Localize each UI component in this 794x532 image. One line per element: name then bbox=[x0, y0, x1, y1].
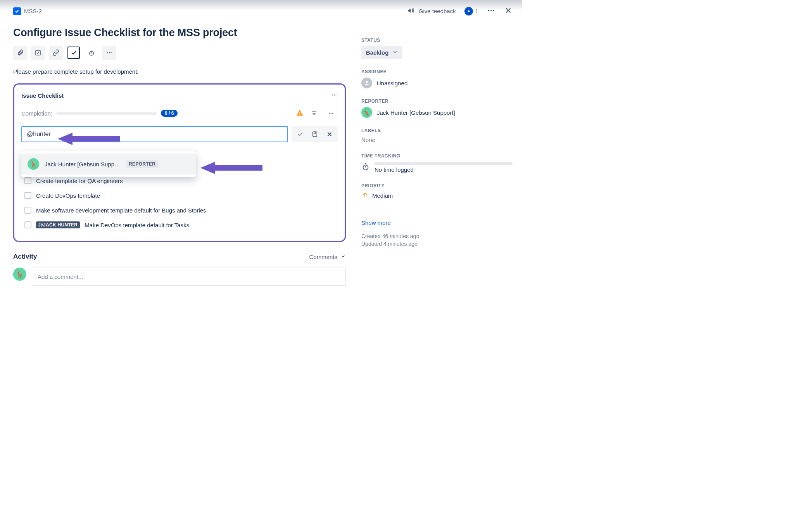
timestamps: Created 46 minutes ago Updated 4 minutes… bbox=[361, 233, 513, 247]
priority-field[interactable]: Medium bbox=[361, 192, 513, 200]
svg-rect-17 bbox=[313, 132, 317, 136]
updated-timestamp: Updated 4 minutes ago bbox=[361, 241, 513, 247]
mention-role-badge: REPORTER bbox=[126, 160, 159, 168]
svg-point-7 bbox=[109, 52, 110, 54]
status-value: Backlog bbox=[366, 49, 388, 56]
eye-icon bbox=[464, 7, 473, 16]
filter-button[interactable] bbox=[307, 107, 321, 120]
status-label: STATUS bbox=[361, 38, 513, 43]
svg-point-8 bbox=[110, 52, 112, 54]
svg-point-10 bbox=[334, 95, 335, 96]
priority-value: Medium bbox=[372, 192, 393, 199]
priority-label: PRIORITY bbox=[361, 183, 513, 188]
created-timestamp: Created 46 minutes ago bbox=[361, 233, 513, 239]
time-tracking-field[interactable]: No time logged bbox=[361, 162, 513, 173]
svg-point-11 bbox=[335, 95, 337, 96]
svg-point-2 bbox=[490, 10, 492, 11]
chevron-down-icon bbox=[392, 49, 398, 56]
checklist-item-text: Make DevOps template default for Tasks bbox=[85, 222, 189, 228]
save-button[interactable] bbox=[308, 127, 322, 141]
completion-label: Completion: bbox=[21, 110, 52, 117]
svg-point-3 bbox=[493, 10, 495, 11]
checklist-more-button[interactable] bbox=[325, 107, 338, 120]
avatar: 🦌 bbox=[28, 158, 39, 170]
labels-value[interactable]: None bbox=[361, 136, 375, 143]
give-feedback-button[interactable]: Give feedback bbox=[407, 7, 456, 16]
svg-point-18 bbox=[366, 81, 368, 83]
reporter-value: Jack Hunter [Gebsun Support] bbox=[377, 109, 455, 116]
checklist-items: Create template for QA engineers Create … bbox=[21, 173, 338, 232]
show-more-link[interactable]: Show more bbox=[361, 210, 513, 226]
svg-point-1 bbox=[488, 10, 490, 11]
attach-button[interactable] bbox=[13, 46, 27, 60]
issue-key[interactable]: MSS-2 bbox=[24, 8, 42, 14]
issue-sidebar: STATUS Backlog ASSIGNEE Unassigned bbox=[361, 16, 513, 286]
link-button[interactable] bbox=[49, 46, 63, 60]
checklist-item[interactable]: Create DevOps template bbox=[21, 188, 338, 203]
comment-composer: 🦌 Add a comment... bbox=[13, 268, 346, 286]
status-dropdown[interactable]: Backlog bbox=[361, 46, 402, 59]
issue-description[interactable]: Please prepare complete setup for develo… bbox=[13, 68, 346, 75]
issue-type-icon bbox=[13, 7, 21, 15]
person-icon bbox=[361, 78, 372, 88]
checklist-title: Issue Checklist bbox=[21, 92, 64, 99]
mention-chip: @JACK HUNTER bbox=[36, 221, 80, 228]
breadcrumb[interactable]: MSS-2 bbox=[13, 7, 42, 15]
more-actions-button[interactable] bbox=[487, 6, 495, 16]
svg-rect-13 bbox=[299, 114, 300, 114]
issue-checklist-panel: Issue Checklist Completion: 0 / 6 bbox=[13, 83, 346, 242]
confirm-button[interactable] bbox=[293, 127, 307, 141]
watch-button[interactable]: 1 bbox=[464, 7, 478, 16]
checkbox[interactable] bbox=[24, 221, 31, 228]
svg-point-14 bbox=[329, 113, 330, 114]
issue-view: MSS-2 Give feedback 1 bbox=[0, 0, 522, 349]
close-button[interactable] bbox=[504, 6, 513, 16]
reporter-field[interactable]: 🦌 Jack Hunter [Gebsun Support] bbox=[361, 107, 513, 118]
checklist-panel-more-button[interactable] bbox=[331, 92, 338, 100]
add-checklist-button[interactable] bbox=[31, 46, 45, 60]
comment-input[interactable]: Add a comment... bbox=[32, 268, 346, 286]
checkbox[interactable] bbox=[24, 177, 31, 184]
reporter-label: REPORTER bbox=[361, 98, 513, 104]
completion-badge: 0 / 6 bbox=[161, 110, 178, 117]
svg-rect-12 bbox=[299, 112, 300, 113]
activity-section: Activity Comments bbox=[13, 253, 346, 261]
checklist-item[interactable]: @JACK HUNTER Make DevOps template defaul… bbox=[21, 218, 338, 232]
svg-rect-4 bbox=[36, 50, 40, 55]
time-tracking-bar bbox=[375, 162, 513, 165]
assignee-field[interactable]: Unassigned bbox=[361, 78, 513, 88]
mention-name: Jack Hunter [Gebsun Supp… bbox=[45, 161, 120, 168]
checklist-item[interactable]: Make software development template defau… bbox=[21, 203, 338, 218]
cancel-button[interactable] bbox=[323, 127, 337, 141]
activity-title: Activity bbox=[13, 253, 37, 261]
assignee-value: Unassigned bbox=[377, 80, 407, 86]
activity-filter-dropdown[interactable]: Comments bbox=[309, 254, 346, 260]
time-tracking-value: No time logged bbox=[375, 166, 513, 173]
reporter-avatar: 🦌 bbox=[361, 107, 372, 118]
annotation-arrow-dropdown bbox=[200, 160, 262, 176]
give-feedback-label: Give feedback bbox=[419, 8, 456, 14]
checklist-item-text: Make software development template defau… bbox=[36, 207, 206, 214]
checklist-completion: Completion: 0 / 6 bbox=[21, 107, 338, 120]
priority-medium-icon bbox=[361, 192, 368, 200]
mention-suggestion-item[interactable]: 🦌 Jack Hunter [Gebsun Supp… REPORTER bbox=[21, 154, 196, 174]
warning-icon[interactable] bbox=[296, 109, 304, 118]
current-user-avatar: 🦌 bbox=[13, 268, 26, 281]
toolbar-more-button[interactable] bbox=[102, 46, 116, 60]
checkbox[interactable] bbox=[24, 207, 31, 214]
svg-point-6 bbox=[107, 52, 108, 54]
time-tracking-label: TIME TRACKING bbox=[361, 153, 513, 159]
megaphone-icon bbox=[407, 7, 415, 16]
checklist-item-text: Create DevOps template bbox=[36, 192, 100, 199]
stopwatch-button[interactable] bbox=[85, 46, 98, 60]
annotation-arrow-input bbox=[58, 131, 120, 147]
top-actions: Give feedback 1 bbox=[407, 6, 513, 16]
svg-point-9 bbox=[332, 95, 333, 96]
activity-filter-label: Comments bbox=[309, 254, 337, 260]
issue-title[interactable]: Configure Issue Checklist for the MSS pr… bbox=[13, 27, 346, 39]
stopwatch-icon bbox=[361, 162, 370, 172]
checkbox-tool-button[interactable] bbox=[67, 47, 80, 59]
checklist-item-text: Create template for QA engineers bbox=[36, 178, 123, 184]
checkbox[interactable] bbox=[24, 192, 31, 199]
mention-dropdown: 🦌 Jack Hunter [Gebsun Supp… REPORTER bbox=[21, 151, 196, 177]
